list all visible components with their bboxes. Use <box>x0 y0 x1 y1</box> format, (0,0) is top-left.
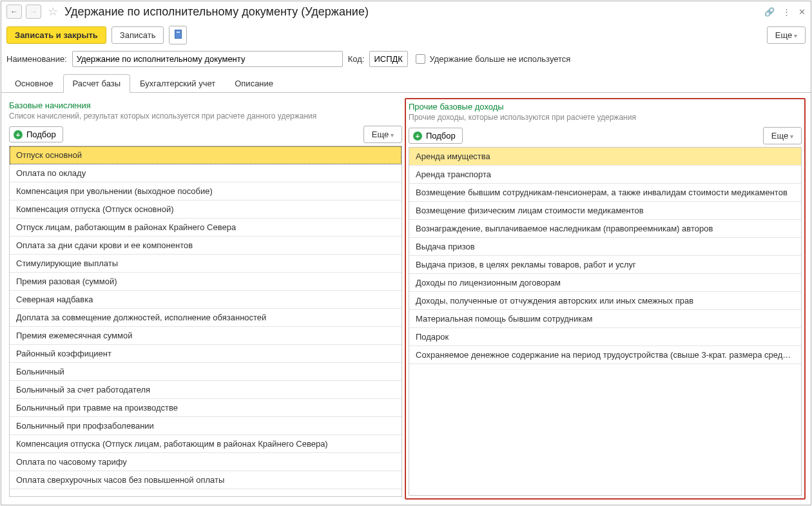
list-item[interactable]: Возмещение бывшим сотрудникам-пенсионера… <box>409 184 801 202</box>
list-item[interactable]: Материальная помощь бывшим сотрудникам <box>409 310 801 328</box>
list-item[interactable]: Компенсация при увольнении (выходное пос… <box>10 182 401 200</box>
right-panel-toolbar: + Подбор Еще <box>409 127 802 144</box>
left-panel-subtitle: Список начислений, результат которых исп… <box>9 112 402 121</box>
list-item[interactable]: Премия разовая (суммой) <box>10 273 401 291</box>
list-item[interactable]: Отпуск лицам, работающим в районах Крайн… <box>10 219 401 237</box>
unused-label: Удержание больше не используется <box>429 54 570 64</box>
list-item[interactable]: Больничный <box>10 363 401 381</box>
save-button[interactable]: Записать <box>111 26 164 44</box>
list-item[interactable]: Больничный при профзаболевании <box>10 417 401 435</box>
code-label: Код: <box>348 54 365 64</box>
right-panel-subtitle: Прочие доходы, которые используются при … <box>409 113 802 122</box>
list-item[interactable]: Доплата за совмещение должностей, исполн… <box>10 309 401 327</box>
list-item[interactable]: Премия ежемесячная суммой <box>10 327 401 345</box>
list-item[interactable]: Выдача призов <box>409 238 801 256</box>
tab-0[interactable]: Основное <box>5 74 63 93</box>
title-actions: 🔗 ⋮ ✕ <box>764 7 806 17</box>
list-item[interactable]: Сохраняемое денежное содержание на перио… <box>409 346 801 364</box>
more-button[interactable]: Еще <box>767 26 806 44</box>
list-item[interactable]: Компенсация отпуска (Отпуск основной) <box>10 200 401 219</box>
list-item[interactable]: Отпуск основной <box>10 146 401 164</box>
name-field[interactable] <box>72 51 343 67</box>
list-item[interactable]: Аренда транспорта <box>409 166 801 184</box>
list-item[interactable]: Возмещение физическим лицам стоимости ме… <box>409 202 801 220</box>
window-frame: ← → ☆ Удержание по исполнительному докум… <box>1 1 811 505</box>
nav-forward-button[interactable]: → <box>26 5 41 19</box>
plus-icon: + <box>413 131 422 141</box>
right-list-wrap: Аренда имуществаАренда транспортаВозмеще… <box>409 147 802 496</box>
content-area: Базовые начисления Список начислений, ре… <box>1 93 811 505</box>
list-item[interactable]: Больничный за счет работодателя <box>10 381 401 399</box>
list-item[interactable]: Оплата за дни сдачи крови и ее компонент… <box>10 237 401 255</box>
left-pick-button[interactable]: + Подбор <box>9 126 63 142</box>
code-field[interactable] <box>369 51 408 67</box>
form-row: Наименование: Код: Удержание больше не и… <box>1 48 811 73</box>
list-item[interactable]: Доходы, полученные от отчуждения авторск… <box>409 292 801 310</box>
titlebar: ← → ☆ Удержание по исполнительному докум… <box>1 1 811 22</box>
close-icon[interactable]: ✕ <box>798 7 806 17</box>
list-item[interactable]: Аренда имущества <box>409 148 801 166</box>
list-item[interactable]: Стимулирующие выплаты <box>10 255 401 273</box>
tab-1[interactable]: Расчет базы <box>63 74 131 93</box>
right-list[interactable]: Аренда имуществаАренда транспортаВозмеще… <box>409 148 801 495</box>
nav-back-button[interactable]: ← <box>6 5 22 19</box>
list-item[interactable]: Районный коэффициент <box>10 345 401 363</box>
list-item[interactable]: Больничный при травме на производстве <box>10 399 401 417</box>
plus-icon: + <box>14 130 23 139</box>
tab-bar: ОсновноеРасчет базыБухгалтерский учетОпи… <box>1 73 811 93</box>
right-pick-button[interactable]: + Подбор <box>409 128 463 144</box>
checkbox-icon <box>416 54 425 64</box>
left-panel-toolbar: + Подбор Еще <box>9 126 402 143</box>
link-icon[interactable]: 🔗 <box>764 7 775 17</box>
favorite-star-icon[interactable]: ☆ <box>48 5 58 19</box>
list-item[interactable]: Северная надбавка <box>10 291 401 309</box>
list-item[interactable]: Вознаграждение, выплачиваемое наследника… <box>409 220 801 238</box>
left-pick-label: Подбор <box>26 130 56 139</box>
list-item[interactable]: Оплата сверхурочных часов без повышенной… <box>10 471 401 489</box>
name-label: Наименование: <box>6 54 67 64</box>
right-pick-label: Подбор <box>426 131 456 141</box>
panel-other-income: Прочие базовые доходы Прочие доходы, кот… <box>405 98 806 500</box>
list-item[interactable]: Компенсация отпуска (Отпуск лицам, работ… <box>10 435 401 453</box>
panel-base-accruals: Базовые начисления Список начислений, ре… <box>6 98 405 500</box>
unused-checkbox[interactable]: Удержание больше не используется <box>416 54 570 64</box>
document-icon <box>175 30 182 39</box>
left-list[interactable]: Отпуск основнойОплата по окладуКомпенсац… <box>10 146 401 496</box>
right-more-button[interactable]: Еще <box>763 127 802 144</box>
list-item[interactable]: Выдача призов, в целях рекламы товаров, … <box>409 256 801 274</box>
save-and-close-button[interactable]: Записать и закрыть <box>6 26 106 44</box>
list-item[interactable]: Доходы по лицензионным договорам <box>409 274 801 292</box>
list-item[interactable]: Оплата по окладу <box>10 164 401 182</box>
right-panel-title: Прочие базовые доходы <box>409 102 802 112</box>
document-icon-button[interactable] <box>169 26 187 44</box>
list-item[interactable]: Подарок <box>409 328 801 346</box>
main-toolbar: Записать и закрыть Записать Еще <box>1 22 811 48</box>
kebab-menu-icon[interactable]: ⋮ <box>782 7 791 17</box>
left-more-button[interactable]: Еще <box>363 126 402 143</box>
left-panel-title: Базовые начисления <box>9 101 402 110</box>
left-list-wrap: Отпуск основнойОплата по окладуКомпенсац… <box>9 146 402 497</box>
tab-2[interactable]: Бухгалтерский учет <box>130 74 225 93</box>
tab-3[interactable]: Описание <box>225 74 283 93</box>
list-item[interactable]: Оплата по часовому тарифу <box>10 453 401 471</box>
window-title: Удержание по исполнительному документу (… <box>64 5 760 19</box>
